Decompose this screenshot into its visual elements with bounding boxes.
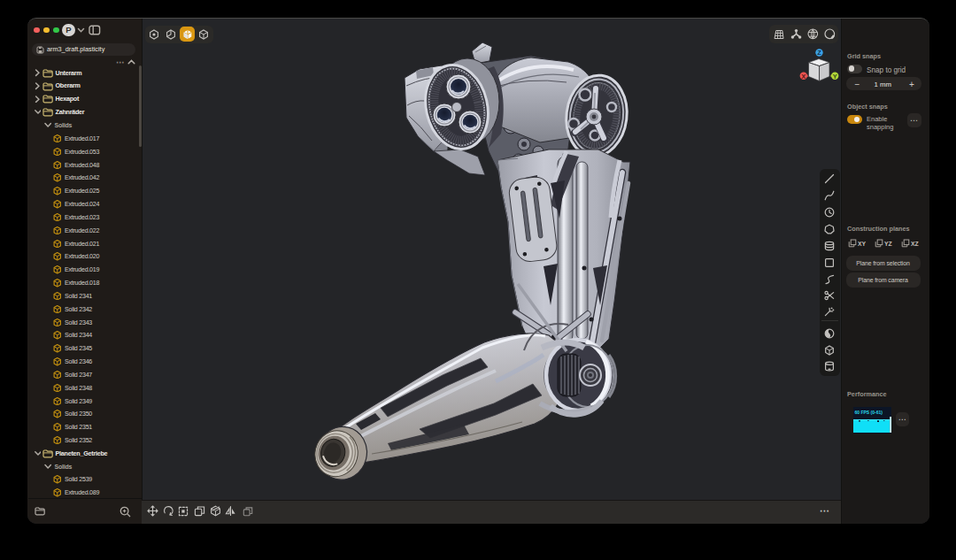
svg-text:X: X [801, 73, 806, 81]
svg-text:Z: Z [817, 49, 821, 57]
svg-text:Y: Y [833, 73, 837, 81]
